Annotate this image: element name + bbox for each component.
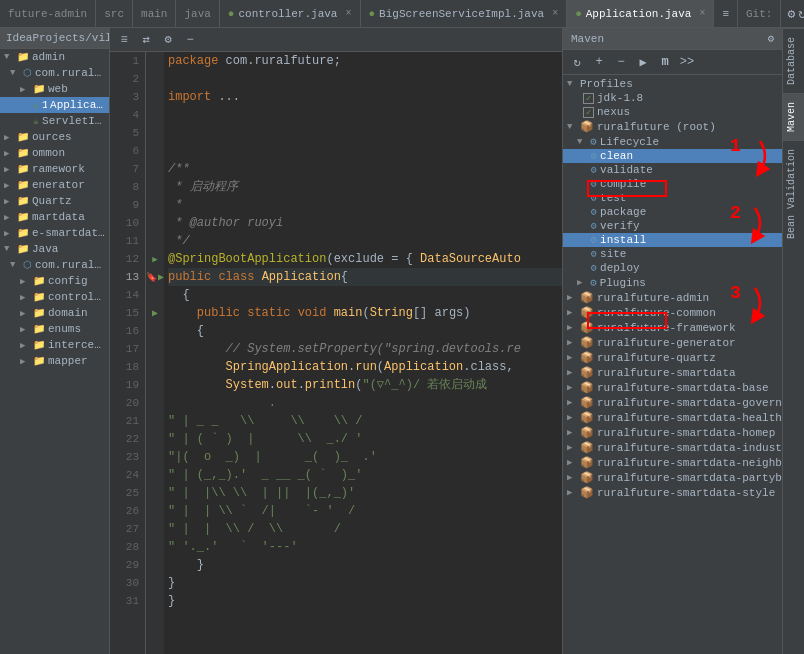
sidebar-item-controller[interactable]: ▶ 📁 controller <box>0 289 109 305</box>
sidebar-item-interceptor[interactable]: ▶ 📁 interceptor <box>0 337 109 353</box>
toolbar-arrow-btn[interactable]: ⇄ <box>136 31 156 49</box>
tab-src[interactable]: src <box>96 0 133 27</box>
maven-sub-smartdata-base[interactable]: ▶ 📦 ruralfuture-smartdata-base <box>563 380 782 395</box>
sidebar-item-enums[interactable]: ▶ 📁 enums <box>0 321 109 337</box>
maven-refresh-btn[interactable]: ↻ <box>567 53 587 71</box>
tab-database[interactable]: Database <box>783 28 804 93</box>
tab-maven[interactable]: Maven <box>783 93 804 140</box>
maven-sub-smartdata-governr[interactable]: ▶ 📦 ruralfuture-smartdata-governr <box>563 395 782 410</box>
maven-sub-smartdata-healthy-label: ruralfuture-smartdata-healthy <box>597 412 782 424</box>
sidebar-item-mapper[interactable]: ▶ 📁 mapper <box>0 353 109 369</box>
sidebar-item-admin[interactable]: ▼ 📁 admin <box>0 49 109 65</box>
tab-prefix[interactable]: future-admin <box>0 0 96 27</box>
maven-sub-framework[interactable]: ▶ 📦 ruralfuture-framework <box>563 320 782 335</box>
maven-plugins-label: Plugins <box>600 277 646 289</box>
line-num-26: 26 <box>110 502 145 520</box>
maven-test[interactable]: ⚙ test <box>563 191 782 205</box>
package-icon-com: ⬡ <box>23 67 32 79</box>
maven-package-label: package <box>600 206 646 218</box>
tab-java[interactable]: java <box>176 0 219 27</box>
sidebar-item-java[interactable]: ▼ 📁 Java <box>0 241 109 257</box>
maven-deploy[interactable]: ⚙ deploy <box>563 261 782 275</box>
code-editor[interactable]: package com.ruralfuture; import ... /** … <box>164 52 562 654</box>
toolbar-icon-1[interactable]: ⚙ <box>787 6 795 22</box>
maven-sub-smartdata-healthy[interactable]: ▶ 📦 ruralfuture-smartdata-healthy <box>563 410 782 425</box>
toolbar-minus-btn[interactable]: − <box>180 31 200 49</box>
sidebar-item-config[interactable]: ▶ 📁 config <box>0 273 109 289</box>
maven-sub-framework-arrow: ▶ <box>567 322 577 333</box>
sidebar-item-smartdata-base[interactable]: ▶ 📁 e-smartdata-base <box>0 225 109 241</box>
line-num-19: 19 <box>110 376 145 394</box>
maven-lifecycle-label: Lifecycle <box>600 136 659 148</box>
tab-application[interactable]: ● Application.java × <box>567 0 714 27</box>
maven-nexus-label: nexus <box>597 106 630 118</box>
toolbar-icon-2[interactable]: ↻ <box>798 6 804 22</box>
maven-install[interactable]: ⚙ install <box>563 233 782 247</box>
tab-controller-close[interactable]: × <box>345 8 351 19</box>
sidebar-item-application[interactable]: ☕ 1 Application <box>0 97 109 113</box>
sidebar-item-sources[interactable]: ▶ 📁 ources <box>0 129 109 145</box>
maven-sub-smartdata-style-arrow: ▶ <box>567 487 577 498</box>
maven-sub-smartdata-partyb[interactable]: ▶ 📦 ruralfuture-smartdata-partyb <box>563 470 782 485</box>
sidebar-item-generator[interactable]: ▶ 📁 enerator <box>0 177 109 193</box>
maven-plugins[interactable]: ▶ ⚙ Plugins <box>563 275 782 290</box>
maven-sub-admin[interactable]: ▶ 📦 ruralfuture-admin <box>563 290 782 305</box>
maven-compile[interactable]: ⚙ compile <box>563 177 782 191</box>
maven-sub-common-arrow: ▶ <box>567 307 577 318</box>
maven-lifecycle[interactable]: ▼ ⚙ Lifecycle <box>563 134 782 149</box>
maven-sub-common[interactable]: ▶ 📦 ruralfuture-common <box>563 305 782 320</box>
maven-sub-smartdata[interactable]: ▶ 📦 ruralfuture-smartdata <box>563 365 782 380</box>
sidebar-item-com2[interactable]: ▼ ⬡ com.ruralfuture <box>0 257 109 273</box>
sidebar-label-app: 1 <box>42 99 47 111</box>
maven-nexus-checkbox[interactable]: ✓ <box>583 107 594 118</box>
maven-jdk18[interactable]: ✓ jdk-1.8 <box>563 91 782 105</box>
line-num-6: 6 <box>110 142 145 160</box>
maven-sub-smartdata-neighb[interactable]: ▶ 📦 ruralfuture-smartdata-neighb <box>563 455 782 470</box>
sidebar-label-generator: enerator <box>32 179 85 191</box>
tab-main[interactable]: main <box>133 0 176 27</box>
maven-root[interactable]: ▼ 📦 ruralfuture (root) <box>563 119 782 134</box>
line-num-3: 3 <box>110 88 145 106</box>
tab-bigscreen[interactable]: ● BigScreenServiceImpl.java × <box>361 0 568 27</box>
sidebar-item-smartdata[interactable]: ▶ 📁 martdata <box>0 209 109 225</box>
maven-validate[interactable]: ⚙ validate <box>563 163 782 177</box>
tab-controller[interactable]: ● controller.java × <box>220 0 361 27</box>
maven-verify[interactable]: ⚙ verify <box>563 219 782 233</box>
maven-site[interactable]: ⚙ site <box>563 247 782 261</box>
sidebar-item-com[interactable]: ▼ ⬡ com.ruralfuture <box>0 65 109 81</box>
maven-sub-smartdata-style[interactable]: ▶ 📦 ruralfuture-smartdata-style <box>563 485 782 500</box>
code-line-25: " | |\\ \\ | || |(_,_)' <box>168 484 562 502</box>
tab-bigscreen-close[interactable]: × <box>552 8 558 19</box>
maven-clean[interactable]: ⚙ clean <box>563 149 782 163</box>
tree-arrow-controller: ▶ <box>20 292 30 303</box>
maven-profiles[interactable]: ▼ Profiles <box>563 77 782 91</box>
maven-run-btn[interactable]: ▶ <box>633 53 653 71</box>
sidebar-item-common[interactable]: ▶ 📁 ommon <box>0 145 109 161</box>
sidebar-item-domain[interactable]: ▶ 📁 domain <box>0 305 109 321</box>
tab-menu[interactable]: ≡ <box>714 0 738 27</box>
sidebar-item-web[interactable]: ▶ 📁 web <box>0 81 109 97</box>
tab-bean-validation[interactable]: Bean Validation <box>783 140 804 247</box>
toolbar-split-btn[interactable]: ≡ <box>114 31 134 49</box>
maven-deploy-icon: ⚙ <box>591 262 597 274</box>
sidebar-item-quartz[interactable]: ▶ 📁 Quartz <box>0 193 109 209</box>
maven-more-btn[interactable]: >> <box>677 53 697 71</box>
maven-package[interactable]: ⚙ package <box>563 205 782 219</box>
sidebar-label-interceptor: interceptor <box>48 339 105 351</box>
maven-sub-generator[interactable]: ▶ 📦 ruralfuture-generator <box>563 335 782 350</box>
maven-m-btn[interactable]: m <box>655 53 675 71</box>
maven-remove-btn[interactable]: − <box>611 53 631 71</box>
maven-sub-quartz[interactable]: ▶ 📦 ruralfuture-quartz <box>563 350 782 365</box>
maven-nexus[interactable]: ✓ nexus <box>563 105 782 119</box>
maven-package-icon: ⚙ <box>591 206 597 218</box>
gutter-16 <box>146 322 164 340</box>
sidebar-item-framework[interactable]: ▶ 📁 ramework <box>0 161 109 177</box>
maven-sub-smartdata-industri[interactable]: ▶ 📦 ruralfuture-smartdata-industri <box>563 440 782 455</box>
maven-sub-smartdata-homep[interactable]: ▶ 📦 ruralfuture-smartdata-homep <box>563 425 782 440</box>
tab-app-close[interactable]: × <box>699 8 705 19</box>
maven-jdk18-checkbox[interactable]: ✓ <box>583 93 594 104</box>
toolbar-gear-btn[interactable]: ⚙ <box>158 31 178 49</box>
sidebar-item-servlet[interactable]: ☕ ServletInitializer <box>0 113 109 129</box>
maven-add-btn[interactable]: + <box>589 53 609 71</box>
tab-git[interactable]: Git: <box>738 0 781 27</box>
